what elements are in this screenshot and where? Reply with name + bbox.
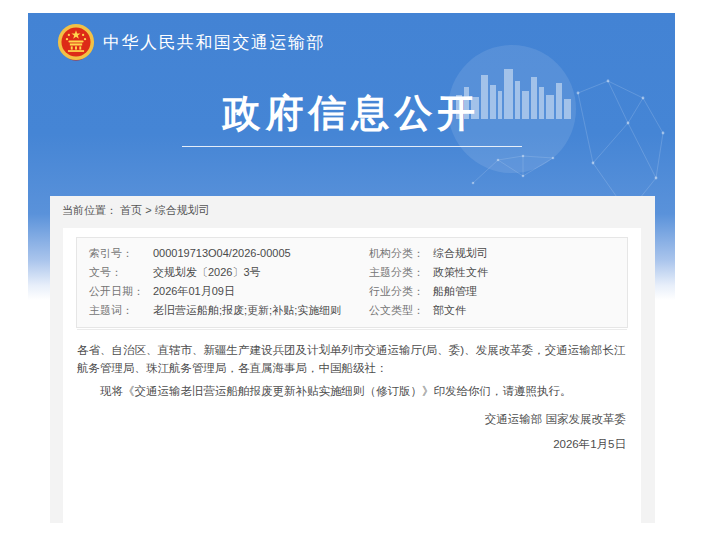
meta-value: 000019713O04/2026-00005: [153, 244, 369, 263]
table-row: 文号： 交规划发〔2026〕3号 主题分类： 政策性文件: [77, 263, 627, 282]
meta-label: 机构分类：: [369, 244, 433, 263]
content-panel: 当前位置： 首页 > 综合规划司 索引号： 000019713O04/2026-…: [50, 196, 655, 523]
meta-value: 老旧营运船舶;报废;更新;补贴;实施细则: [153, 301, 369, 320]
national-emblem-icon: [57, 23, 95, 61]
site-logo-link[interactable]: 中华人民共和国交通运输部: [57, 23, 325, 61]
signature-block: 交通运输部 国家发展改革委 2026年1月5日: [63, 412, 641, 452]
breadcrumb: 当前位置： 首页 > 综合规划司: [62, 203, 210, 218]
page-title: 政府信息公开: [28, 91, 675, 137]
article-paragraph: 现将《交通运输老旧营运船舶报废更新补贴实施细则（修订版）》印发给你们，请遵照执行…: [77, 382, 627, 400]
article-card: 索引号： 000019713O04/2026-00005 机构分类： 综合规划司…: [63, 228, 641, 523]
signature-date: 2026年1月5日: [63, 437, 626, 452]
document-meta-table: 索引号： 000019713O04/2026-00005 机构分类： 综合规划司…: [76, 237, 628, 328]
meta-label: 主题分类：: [369, 263, 433, 282]
breadcrumb-home-link[interactable]: 首页: [120, 204, 142, 216]
table-row: 主题词： 老旧营运船舶;报废;更新;补贴;实施细则 公文类型： 部文件: [77, 301, 627, 320]
article-body: 各省、自治区、直辖市、新疆生产建设兵团及计划单列市交通运输厅(局、委)、发展改革…: [63, 330, 641, 401]
meta-value: 2026年01月09日: [153, 282, 369, 301]
meta-label: 索引号：: [89, 244, 153, 263]
meta-value: 综合规划司: [433, 244, 627, 263]
meta-label: 公文类型：: [369, 301, 433, 320]
meta-value: 交规划发〔2026〕3号: [153, 263, 369, 282]
table-row: 索引号： 000019713O04/2026-00005 机构分类： 综合规划司: [77, 244, 627, 263]
meta-value: 政策性文件: [433, 263, 627, 282]
meta-label: 文号：: [89, 263, 153, 282]
article-paragraph: 各省、自治区、直辖市、新疆生产建设兵团及计划单列市交通运输厅(局、委)、发展改革…: [77, 341, 627, 378]
meta-value: 船舶管理: [433, 282, 627, 301]
constellation-decoration-small: [468, 148, 558, 198]
title-underline: [182, 146, 522, 147]
meta-value: 部文件: [433, 301, 627, 320]
breadcrumb-current: 综合规划司: [155, 204, 210, 216]
site-name: 中华人民共和国交通运输部: [103, 31, 325, 54]
table-row: 公开日期： 2026年01月09日 行业分类： 船舶管理: [77, 282, 627, 301]
breadcrumb-label: 当前位置：: [62, 204, 117, 216]
meta-label: 行业分类：: [369, 282, 433, 301]
signature-organization: 交通运输部 国家发展改革委: [63, 412, 626, 427]
meta-label: 公开日期：: [89, 282, 153, 301]
breadcrumb-separator: >: [145, 204, 151, 216]
meta-label: 主题词：: [89, 301, 153, 320]
